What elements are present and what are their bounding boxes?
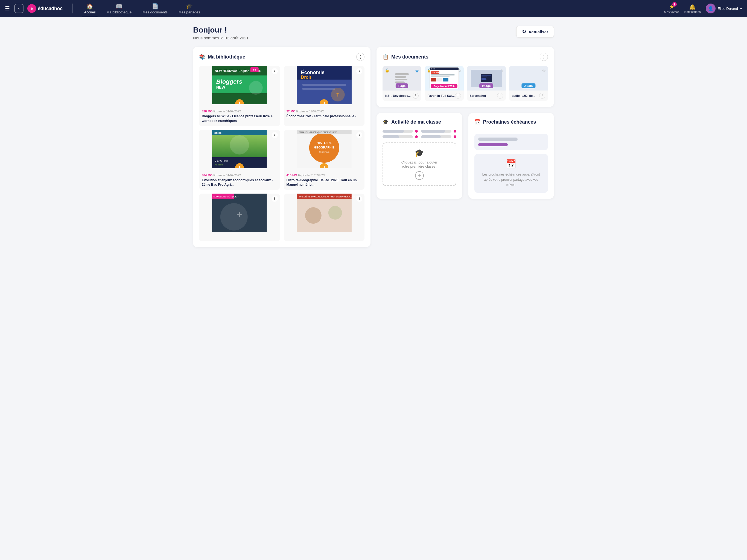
doc-info: Screenshot ⋮ <box>467 91 506 101</box>
book-info-button[interactable]: ℹ <box>272 196 278 202</box>
doc-card-audio[interactable]: ☆ Audio audio_u2l2_fic... ⋮ <box>509 66 548 101</box>
right-column: 📋 Mes documents ⋮ 🔒 ★ <box>377 47 554 247</box>
bottom-panels: 🎓 Activité de ma classe <box>377 113 554 199</box>
add-class-button[interactable]: + <box>415 171 424 180</box>
deadlines-panel-title: 📅 Prochaines échéances <box>474 119 536 125</box>
nav-item-partages[interactable]: 🎓 Mes partages <box>173 1 206 16</box>
svg-rect-49 <box>482 77 487 77</box>
nav-label-documents: Mes documents <box>143 10 168 14</box>
book-info-button[interactable]: ℹ <box>356 132 362 138</box>
star-icon: ★ 2 <box>669 3 674 10</box>
svg-point-9 <box>249 81 263 95</box>
activity-bar-container <box>421 135 452 138</box>
greeting-title: Bonjour ! <box>193 26 249 34</box>
book-card-evolution[interactable]: docéo 2 BAC PRO <box>199 130 280 190</box>
svg-point-24 <box>230 135 249 154</box>
activity-row <box>383 130 418 133</box>
doc-menu-button[interactable]: ⋮ <box>497 93 503 99</box>
deadline-top-card <box>474 134 548 150</box>
doc-menu-button[interactable]: ⋮ <box>455 93 461 99</box>
refresh-label: Actualiser <box>528 29 548 34</box>
nav-label-accueil: Accueil <box>84 10 96 14</box>
add-class-card[interactable]: 🎓 Cliquez ici pour ajoutervotre première… <box>383 143 456 186</box>
book-info-button[interactable]: ℹ <box>272 132 278 138</box>
activity-dot <box>415 135 418 138</box>
documents-panel-title: 📋 Mes documents <box>383 54 429 60</box>
doc-thumb-audio: ☆ Audio <box>509 66 548 91</box>
nav-item-accueil[interactable]: 🏠 Accueil <box>79 1 101 16</box>
doc-card-screenshot[interactable]: ☆ Image <box>467 66 506 101</box>
book-cover-economie: Économie Droit T ℹ ⬇ <box>284 66 365 104</box>
favorites-nav[interactable]: ★ 2 Mes favoris <box>664 3 679 14</box>
add-class-text: Cliquez ici pour ajoutervotre première c… <box>402 160 437 169</box>
doc-thumb-nsi: 🔒 ★ Page <box>383 66 421 91</box>
book-size: 828 MO Expire le 31/07/2022 <box>202 110 277 113</box>
svg-rect-50 <box>482 78 486 79</box>
book-title: Bloggers NEW 5e - Licence professeur liv… <box>202 114 277 123</box>
nav-item-bibliotheque[interactable]: 📖 Ma bibliothèque <box>101 1 137 16</box>
svg-text:Bloggers: Bloggers <box>216 78 242 85</box>
documents-title-icon: 📋 <box>383 54 389 60</box>
svg-text:Économie: Économie <box>301 70 324 75</box>
doc-card-nsi[interactable]: 🔒 ★ Page NSI - Développe... <box>383 66 421 101</box>
chevron-down-icon: ▾ <box>740 6 742 11</box>
documents-panel: 📋 Mes documents ⋮ 🔒 ★ <box>377 47 554 107</box>
app-logo: é éducadhoc <box>27 4 62 13</box>
book-meta <box>199 232 280 241</box>
deadline-bar-1 <box>478 137 518 141</box>
activity-title-text: Activité de ma classe <box>391 119 441 125</box>
book-card-ago[interactable]: PREMIÈRE BACCALAURÉAT PROFESSIONNEL AGO&… <box>284 194 365 241</box>
page-line <box>395 79 407 80</box>
notifications-nav[interactable]: 🔔 Notifications <box>685 4 701 14</box>
doc-card-web[interactable]: 🔒 ☆ DOCEO <box>424 66 463 101</box>
library-title-icon: 📚 <box>199 54 205 60</box>
activity-panel-title: 🎓 Activité de ma classe <box>383 119 441 125</box>
content-line <box>431 76 449 77</box>
book-meta: 410 MO Expire le 31/07/2022 Histoire-Géo… <box>284 168 365 190</box>
doc-menu-button[interactable]: ⋮ <box>539 93 545 99</box>
refresh-button[interactable]: ↻ Actualiser <box>516 26 554 38</box>
logo-icon: é <box>27 4 36 13</box>
book-title: Evolution et enjeux économiques et socia… <box>202 178 277 187</box>
svg-text:docéo: docéo <box>214 131 222 134</box>
book-info-button[interactable]: ℹ <box>272 68 278 74</box>
book-info-button[interactable]: ℹ <box>356 68 362 74</box>
back-button[interactable]: ‹ <box>14 4 24 13</box>
book-cover-histoire: HISTOIRE GÉOGRAPHIE Terminale MANUEL NUM… <box>284 130 365 168</box>
book-card-economie[interactable]: Économie Droit T ℹ ⬇ 22 MO Expire le 31/… <box>284 66 365 126</box>
documents-menu-button[interactable]: ⋮ <box>540 53 548 61</box>
svg-rect-16 <box>302 88 335 90</box>
logo-text: éducadhoc <box>38 6 62 11</box>
nav-item-documents[interactable]: 📄 Mes documents <box>137 1 173 16</box>
book-title: Histoire-Géographie Tle, éd. 2020. Tout … <box>287 178 362 187</box>
hamburger-icon[interactable]: ☰ <box>5 5 10 12</box>
activity-dot <box>454 135 456 138</box>
doc-info: NSI - Développe... ⋮ <box>383 91 421 101</box>
favorites-label: Mes favoris <box>664 10 679 14</box>
doc-menu-button[interactable]: ⋮ <box>413 93 419 99</box>
user-menu[interactable]: 👤 Elise Durand ▾ <box>706 4 742 14</box>
activity-bar-container <box>421 130 452 133</box>
svg-text:Terminale: Terminale <box>319 151 330 153</box>
library-panel-header: 📚 Ma bibliothèque ⋮ <box>199 53 364 61</box>
book-card-bloggers[interactable]: NEW HEADWAY English Course 5e Bloggers N… <box>199 66 280 126</box>
svg-text:HISTOIRE: HISTOIRE <box>316 141 332 145</box>
bell-icon: 🔔 <box>689 4 696 10</box>
calendar-icon: 📅 <box>506 159 516 169</box>
doc-info: Favori In Full Swi... ⋮ <box>424 91 463 101</box>
star-icon: ☆ <box>542 68 546 73</box>
library-grid: NEW HEADWAY English Course 5e Bloggers N… <box>199 66 364 241</box>
svg-text:MANUEL NUMÉRIQUE +: MANUEL NUMÉRIQUE + <box>213 196 239 198</box>
library-menu-button[interactable]: ⋮ <box>356 53 364 61</box>
svg-text:PREMIÈRE BACCALAURÉAT PROFESSI: PREMIÈRE BACCALAURÉAT PROFESSIONNEL AGO&… <box>299 196 357 198</box>
page-line <box>395 76 406 78</box>
home-icon: 🏠 <box>86 3 93 9</box>
deadlines-title-icon: 📅 <box>474 119 481 125</box>
book-card-histoire[interactable]: HISTOIRE GÉOGRAPHIE Terminale MANUEL NUM… <box>284 130 365 190</box>
flag-red <box>431 78 436 81</box>
svg-point-45 <box>305 207 321 224</box>
book-card-manuel1[interactable]: MANUEL NUMÉRIQUE + + ℹ <box>199 194 280 241</box>
svg-text:Agricole: Agricole <box>215 163 223 166</box>
book-icon: 📖 <box>115 3 123 9</box>
deadlines-panel: 📅 Prochaines échéances 📅 Les prochaines … <box>468 113 554 199</box>
